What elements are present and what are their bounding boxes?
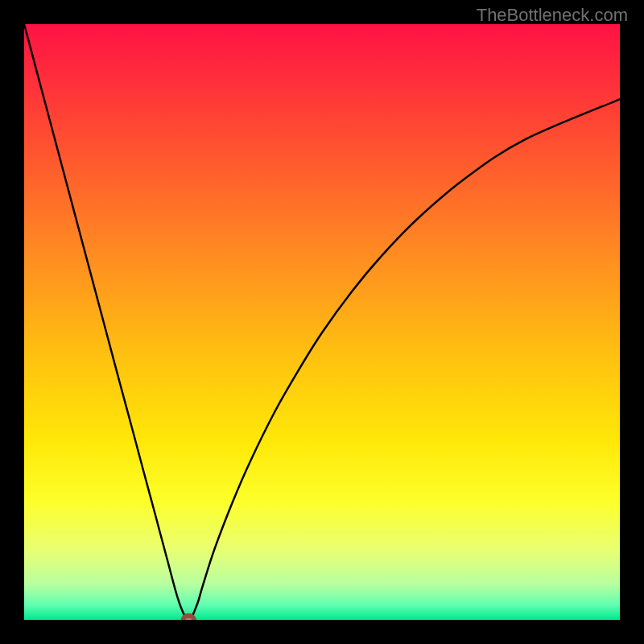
minimum-marker	[184, 616, 194, 620]
plot-area	[24, 24, 620, 620]
curve-layer	[24, 24, 620, 620]
chart-frame: TheBottleneck.com	[0, 0, 644, 644]
bottleneck-curve	[24, 24, 620, 620]
watermark-text: TheBottleneck.com	[477, 5, 628, 26]
